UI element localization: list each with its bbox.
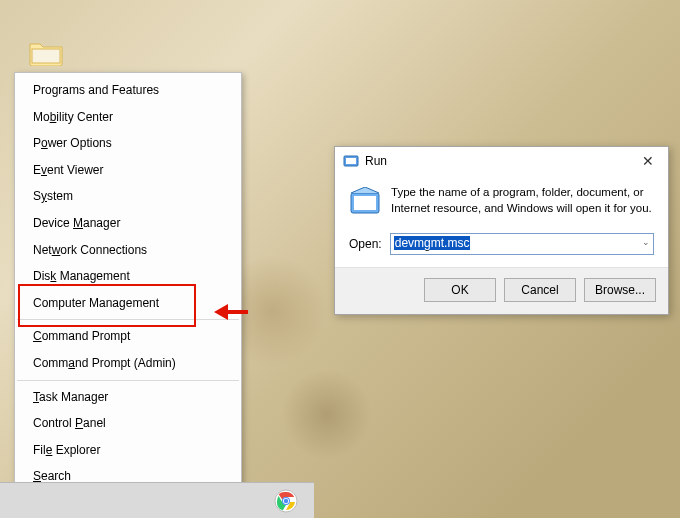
menu-item-label: Mobility Center — [33, 108, 113, 127]
menu-item-computer-management[interactable]: Computer Management — [15, 290, 241, 317]
run-titlebar: Run ✕ — [335, 147, 668, 175]
menu-item-label: Programs and Features — [33, 81, 159, 100]
run-dialog: Run ✕ Type the name of a program, folder… — [334, 146, 669, 315]
menu-item-disk-management[interactable]: Disk Management — [15, 263, 241, 290]
run-open-input[interactable] — [390, 233, 654, 255]
menu-item-event-viewer[interactable]: Event Viewer — [15, 157, 241, 184]
menu-item-command-prompt-admin[interactable]: Command Prompt (Admin) — [15, 350, 241, 377]
menu-item-label: Control Panel — [33, 414, 106, 433]
menu-item-label: Device Manager — [33, 214, 120, 233]
menu-item-label: File Explorer — [33, 441, 100, 460]
run-description: Type the name of a program, folder, docu… — [391, 185, 654, 219]
menu-item-device-manager[interactable]: Device Manager — [15, 210, 241, 237]
taskbar — [0, 482, 314, 518]
menu-item-network-connections[interactable]: Network Connections — [15, 237, 241, 264]
svg-point-10 — [284, 498, 288, 502]
menu-item-command-prompt[interactable]: Command Prompt — [15, 323, 241, 350]
menu-separator — [17, 380, 239, 381]
winx-context-menu: Programs and FeaturesMobility CenterPowe… — [14, 72, 242, 518]
menu-item-task-manager[interactable]: Task Manager — [15, 384, 241, 411]
svg-rect-4 — [346, 158, 356, 164]
ok-button[interactable]: OK — [424, 278, 496, 302]
menu-item-label: Command Prompt — [33, 327, 130, 346]
close-icon[interactable]: ✕ — [638, 153, 658, 169]
svg-rect-0 — [32, 49, 60, 63]
annotation-arrow — [214, 302, 250, 322]
run-app-icon — [349, 187, 381, 219]
menu-item-label: Network Connections — [33, 241, 147, 260]
menu-item-label: Disk Management — [33, 267, 130, 286]
run-button-row: OK Cancel Browse... — [335, 267, 668, 314]
menu-item-label: System — [33, 187, 73, 206]
menu-item-system[interactable]: System — [15, 183, 241, 210]
menu-item-programs-and-features[interactable]: Programs and Features — [15, 77, 241, 104]
menu-item-control-panel[interactable]: Control Panel — [15, 410, 241, 437]
menu-separator — [17, 319, 239, 320]
menu-item-label: Power Options — [33, 134, 112, 153]
svg-marker-2 — [214, 304, 228, 320]
svg-rect-6 — [354, 196, 376, 210]
menu-item-mobility-center[interactable]: Mobility Center — [15, 104, 241, 131]
browse-button[interactable]: Browse... — [584, 278, 656, 302]
menu-item-power-options[interactable]: Power Options — [15, 130, 241, 157]
menu-item-file-explorer[interactable]: File Explorer — [15, 437, 241, 464]
menu-item-label: Event Viewer — [33, 161, 104, 180]
menu-item-label: Command Prompt (Admin) — [33, 354, 176, 373]
run-title-icon — [343, 153, 359, 169]
run-title-text: Run — [365, 154, 387, 168]
chevron-down-icon[interactable]: ⌄ — [642, 237, 650, 247]
chrome-icon[interactable] — [272, 487, 300, 515]
run-open-label: Open: — [349, 237, 382, 251]
menu-item-label: Task Manager — [33, 388, 108, 407]
menu-item-label: Computer Management — [33, 294, 159, 313]
folder-icon[interactable] — [28, 38, 64, 66]
cancel-button[interactable]: Cancel — [504, 278, 576, 302]
